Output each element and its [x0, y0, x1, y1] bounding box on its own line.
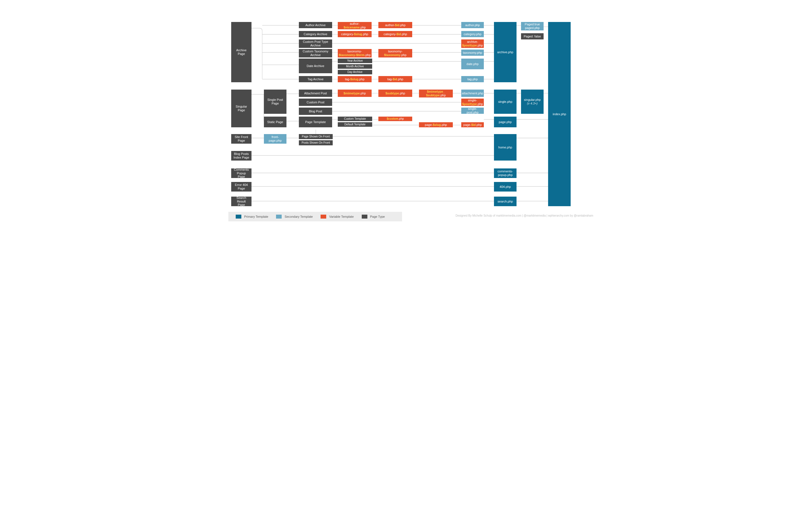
legend-primary: Primary Template — [236, 215, 268, 219]
tpl-taxonomy: taxonomy-$taxonomy.php — [378, 49, 412, 57]
swatch-primary-icon — [236, 215, 241, 219]
tpl-mimetype-subtype: $mimetype_$subtype.php — [419, 90, 453, 98]
subtype-attachment-post: Attachment Post — [299, 90, 332, 97]
subtype-cpt-archive: Custom Post TypeArchive — [299, 40, 332, 48]
tpl-category-php: category.php — [461, 31, 484, 37]
legend-page-type: Page Type — [362, 215, 385, 219]
tpl-tag-slug: tag-$slug.php — [338, 76, 371, 82]
credit-line: Designed By Michelle Schulp of marktimem… — [456, 214, 593, 217]
page-type-single-post-page: Single Post Page — [264, 90, 287, 114]
tpl-author-php: author.php — [461, 22, 484, 28]
subtype-blog-post: Blog Post — [299, 108, 332, 115]
tpl-archive-posttype: archive-$posttype.php — [461, 40, 484, 48]
lbl-paged-false: Paged: false — [521, 33, 544, 40]
swatch-page-icon — [362, 215, 367, 219]
tpl-author-nicename: author-$nicename.php — [338, 22, 371, 29]
page-type-comments-popup: CommentsPopup Page — [231, 168, 252, 178]
tpl-date-php: date.php — [461, 59, 484, 69]
swatch-secondary-icon — [276, 215, 282, 219]
legend: Primary Template Secondary Template Vari… — [229, 212, 402, 221]
tpl-front-page-php: front-page.php — [264, 134, 287, 144]
subtype-month-archive: Month Archive — [338, 64, 372, 69]
tpl-singular-php: singular.php(v 4.3+) — [521, 90, 544, 114]
tpl-page-id: page-$id.php — [461, 122, 484, 127]
tpl-single-post-php: single-post.php — [461, 108, 484, 114]
tpl-tag-id: tag-$id.php — [378, 76, 412, 82]
page-type-site-front: Site FrontPage — [231, 134, 252, 144]
tpl-author-id: author-$id.php — [378, 22, 412, 28]
swatch-variable-icon — [320, 215, 326, 219]
tpl-comments-popup-php: comments-popup.php — [494, 168, 516, 178]
subtype-custom-post: Custom Post — [299, 99, 332, 106]
tpl-category-slug: category-$slug.php — [338, 31, 371, 37]
tpl-subtype: $subtype.php — [378, 90, 412, 97]
tpl-archive-php: archive.php — [494, 22, 516, 82]
subtype-category-archive: Category Archive — [299, 31, 332, 37]
tpl-404-php: 404.php — [494, 182, 516, 191]
subtype-ctax-archive: Custom TaxonomyArchive — [299, 49, 332, 57]
subtype-author-archive: Author Archive — [299, 22, 332, 28]
tpl-category-id: category-$id.php — [378, 31, 412, 37]
tpl-search-php: search.php — [494, 196, 516, 206]
page-type-search-result: Search ResultPage — [231, 196, 252, 206]
page-type-error-404: Error 404Page — [231, 182, 252, 191]
tpl-custom: $custom.php — [378, 117, 412, 121]
subtype-date-archive: Date Archive — [299, 59, 332, 73]
subtype-page-shown-front: Page Shown On Front — [299, 134, 333, 139]
tpl-page-php: page.php — [494, 117, 516, 127]
tpl-mimetype: $mimetype.php — [338, 90, 371, 97]
legend-secondary: Secondary Template — [276, 215, 313, 219]
subtype-custom-template: Custom Template — [338, 117, 372, 121]
page-type-archive: Archive Page — [231, 22, 252, 82]
tpl-attachment-php: attachment.php — [461, 90, 484, 97]
subtype-tag-archive: Tag Archive — [299, 76, 332, 82]
tpl-taxonomy-term: taxonomy-$taxonomy-$term.php — [338, 49, 371, 57]
tpl-single-php: single.php — [494, 90, 516, 114]
subtype-posts-shown-front: Posts Shown On Front — [299, 140, 333, 145]
tpl-single-posttype: single-$posttype.php — [461, 99, 484, 106]
subtype-default-template: Default Template — [338, 122, 372, 127]
tpl-page-slug: page-$slug.php — [419, 122, 453, 127]
tpl-tag-php: tag.php — [461, 76, 484, 82]
tpl-index-php: index.php — [548, 22, 571, 206]
legend-variable: Variable Template — [320, 215, 354, 219]
tpl-home-php: home.php — [494, 134, 516, 161]
page-type-static-page: Static Page — [264, 117, 287, 127]
subtype-page-template: Page Template — [299, 117, 332, 127]
tpl-taxonomy-php: taxonomy.php — [461, 50, 484, 56]
tpl-paged-true: Paged:truepaged.php — [521, 22, 544, 31]
subtype-day-archive: Day Archive — [338, 70, 372, 74]
subtype-year-archive: Year Archive — [338, 59, 372, 63]
page-type-blog-index: Blog PostsIndex Page — [231, 151, 252, 161]
page-type-singular: Singular Page — [231, 90, 252, 127]
